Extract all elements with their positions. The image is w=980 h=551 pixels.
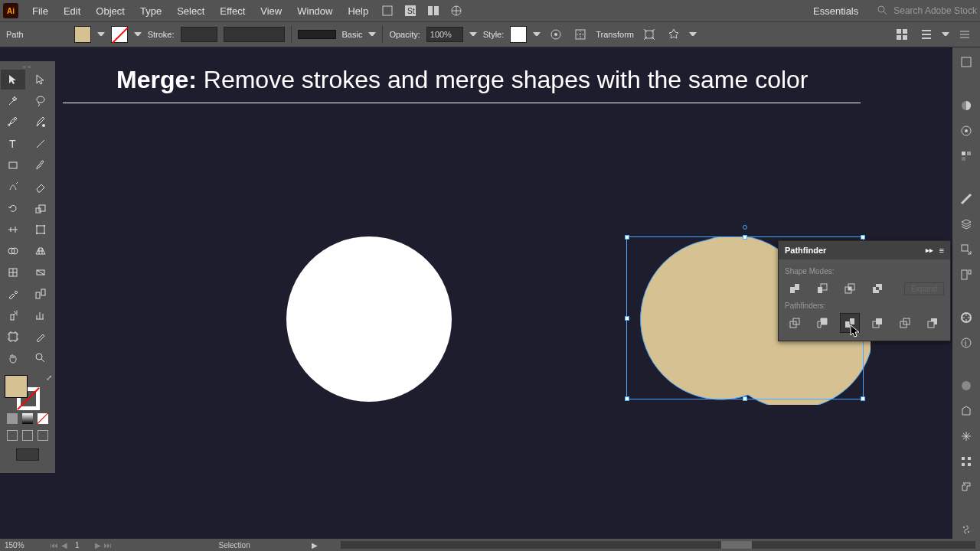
minus-front-button[interactable] [812, 279, 832, 298]
isolate-icon[interactable] [640, 25, 658, 44]
slice-tool[interactable] [28, 327, 53, 347]
exclude-button[interactable] [867, 279, 887, 298]
crop-button[interactable] [867, 313, 887, 333]
menu-object[interactable]: Object [88, 5, 132, 17]
info-panel-icon[interactable]: i [957, 334, 975, 352]
screen-mode-button[interactable] [16, 448, 39, 461]
paintbrush-tool[interactable] [28, 155, 53, 175]
merge-button[interactable] [840, 313, 860, 333]
properties-panel-icon[interactable] [957, 54, 975, 71]
align-icon[interactable] [571, 25, 590, 44]
stock-search[interactable]: Search Adobe Stock [871, 5, 977, 17]
menu-window[interactable]: Window [289, 5, 340, 17]
expand-button[interactable]: Expand [904, 282, 944, 295]
horizontal-scrollbar[interactable] [341, 541, 975, 549]
artboard-tool[interactable] [1, 327, 25, 347]
opacity-input[interactable] [426, 27, 463, 42]
hand-tool[interactable] [1, 348, 25, 368]
eyedropper-tool[interactable] [1, 284, 25, 304]
type-tool[interactable]: T [1, 134, 25, 154]
menu-type[interactable]: Type [132, 5, 169, 17]
menu-edit[interactable]: Edit [56, 5, 88, 17]
rotate-tool[interactable] [1, 198, 25, 218]
perspective-grid-tool[interactable] [28, 241, 53, 261]
menu-effect[interactable]: Effect [212, 5, 253, 17]
graphic-styles-panel-icon[interactable] [957, 403, 975, 420]
color-mode-solid[interactable] [7, 413, 18, 424]
curvature-tool[interactable] [28, 112, 53, 132]
stroke-color-swatch[interactable] [111, 26, 128, 43]
menu-file[interactable]: File [24, 5, 56, 17]
brush-name[interactable]: Basic [342, 30, 363, 39]
zoom-level[interactable]: 150% [5, 541, 35, 549]
gpu-icon[interactable] [447, 2, 466, 20]
draw-behind[interactable] [22, 430, 33, 441]
color-mode-none[interactable] [38, 413, 48, 424]
column-graph-tool[interactable] [28, 305, 53, 325]
line-tool[interactable] [28, 134, 53, 154]
selection-tool[interactable] [1, 70, 25, 90]
draw-normal[interactable] [7, 430, 18, 441]
grid-icon[interactable] [893, 25, 911, 44]
lasso-tool[interactable] [28, 91, 53, 111]
intersect-button[interactable] [840, 279, 860, 298]
panel-menu-icon[interactable] [956, 25, 974, 44]
gradient-tool[interactable] [28, 262, 53, 282]
menu-view[interactable]: View [253, 5, 289, 17]
artboard-nav[interactable]: ⏮◀ [51, 541, 67, 549]
menu-help[interactable]: Help [340, 5, 376, 17]
graphic-style-swatch[interactable] [510, 26, 527, 43]
shape-builder-tool[interactable] [1, 241, 25, 261]
color-mode-gradient[interactable] [22, 413, 33, 424]
direct-selection-tool[interactable] [28, 70, 53, 90]
recolor-artwork-icon[interactable] [547, 25, 565, 44]
arrange-docs-icon[interactable] [424, 2, 443, 20]
list-icon[interactable] [917, 25, 936, 44]
menu-select[interactable]: Select [169, 5, 212, 17]
appearance-panel-icon[interactable] [957, 377, 975, 395]
rectangle-tool[interactable] [1, 155, 25, 175]
color-panel-icon[interactable] [957, 96, 975, 114]
symbol-sprayer-tool[interactable] [1, 305, 25, 325]
panel-menu-icon[interactable]: ≡ [939, 246, 944, 255]
stroke-panel-icon[interactable] [957, 309, 975, 327]
artboards-panel-icon[interactable] [957, 266, 975, 283]
draw-inside[interactable] [38, 430, 48, 441]
pen-tool[interactable] [1, 112, 25, 132]
mesh-tool[interactable] [1, 262, 25, 282]
blend-tool[interactable] [28, 284, 53, 304]
symbols-panel-icon[interactable] [957, 521, 975, 539]
stroke-profile-input[interactable] [224, 27, 285, 42]
outline-button[interactable] [895, 313, 915, 333]
width-tool[interactable] [1, 220, 25, 240]
layers-panel-icon[interactable] [957, 215, 975, 233]
artboard-number[interactable]: 1 [75, 541, 80, 549]
pathfinder-dock-icon[interactable] [957, 478, 975, 496]
free-transform-tool[interactable] [28, 220, 53, 240]
color-guide-panel-icon[interactable] [957, 122, 975, 139]
scale-tool[interactable] [28, 198, 53, 218]
asset-export-panel-icon[interactable] [957, 240, 975, 258]
collapse-icon[interactable]: ▸▸ [926, 246, 933, 254]
eraser-tool[interactable] [28, 177, 53, 197]
align-panel-icon[interactable] [957, 453, 975, 471]
unite-button[interactable] [785, 279, 805, 298]
workspace-switcher[interactable]: Essentials [805, 5, 871, 17]
brushes-panel-icon[interactable] [957, 191, 975, 208]
transform-panel-icon[interactable] [957, 428, 975, 445]
zoom-tool[interactable] [28, 348, 53, 368]
stock-icon[interactable]: St [401, 2, 420, 20]
fill-stroke-indicator[interactable]: ⤢ [0, 372, 55, 410]
transform-link[interactable]: Transform [596, 30, 634, 39]
artboard-nav-fwd[interactable]: ▶⏭ [95, 541, 112, 549]
shaper-tool[interactable] [1, 177, 25, 197]
magic-wand-tool[interactable] [1, 91, 25, 111]
edit-similar-icon[interactable] [665, 25, 683, 44]
bridge-icon[interactable] [378, 2, 397, 20]
stroke-weight-input[interactable] [181, 27, 217, 42]
divide-button[interactable] [785, 313, 805, 333]
swatches-panel-icon[interactable] [957, 147, 975, 165]
fill-color-swatch[interactable] [74, 26, 91, 43]
minus-back-button[interactable] [923, 313, 942, 333]
trim-button[interactable] [812, 313, 832, 333]
